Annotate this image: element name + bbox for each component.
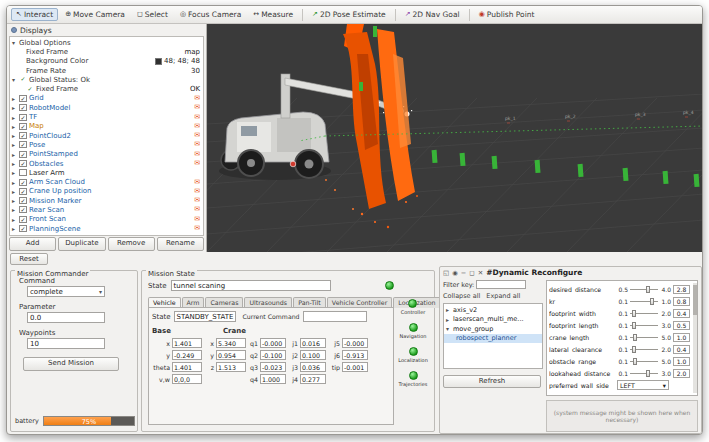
- param-slider[interactable]: [630, 369, 658, 378]
- param-value[interactable]: 2.0: [673, 369, 690, 378]
- vehicle-state-input[interactable]: STANDBY_STATE: [174, 311, 236, 322]
- refresh-button[interactable]: Refresh: [443, 375, 541, 388]
- tip-value[interactable]: -0.001: [342, 362, 368, 372]
- display-checkbox[interactable]: ✓: [19, 114, 27, 121]
- display-row-pointstamped[interactable]: ▸ ✓ PointStamped ✉: [10, 150, 203, 159]
- collapse-all-link[interactable]: Collapse all: [443, 292, 480, 300]
- display-checkbox[interactable]: ✓: [19, 104, 27, 111]
- tool-publish-point[interactable]: ◉ Publish Point: [474, 8, 540, 21]
- crane-z-value[interactable]: 1.513: [216, 362, 246, 372]
- node-robospect-planner[interactable]: robospect_planner: [444, 334, 542, 344]
- j6-value[interactable]: -0.913: [342, 350, 368, 360]
- node-axis-v2[interactable]: ▸ axis_v2: [444, 305, 542, 315]
- tool-focus-camera[interactable]: ◎ Focus Camera: [175, 8, 246, 21]
- tool-select[interactable]: ◻ Select: [132, 8, 173, 21]
- display-checkbox[interactable]: ✓: [19, 160, 27, 167]
- param-value[interactable]: 0.8: [673, 297, 690, 306]
- display-checkbox[interactable]: ✓: [19, 206, 27, 213]
- mission-state-input[interactable]: tunnel scaning: [171, 280, 331, 291]
- display-checkbox[interactable]: ✓: [19, 225, 27, 232]
- base-vw-value[interactable]: 0,0,0: [172, 374, 202, 384]
- collapse-icon[interactable]: ▾: [12, 39, 19, 46]
- expand-icon[interactable]: ▸: [12, 169, 19, 176]
- j1-value[interactable]: 0.016: [300, 338, 326, 348]
- tool-measure[interactable]: ↔ Measure: [248, 8, 298, 21]
- expand-icon[interactable]: ▸: [12, 225, 19, 232]
- param-slider[interactable]: [630, 309, 658, 318]
- display-checkbox[interactable]: ✓: [19, 179, 27, 186]
- filter-key-input[interactable]: [476, 280, 526, 289]
- display-checkbox[interactable]: ✓: [19, 95, 27, 102]
- param-value[interactable]: 0.5: [673, 321, 690, 330]
- crane-y-value[interactable]: 0.954: [216, 350, 246, 360]
- expand-icon[interactable]: ▸: [12, 151, 19, 158]
- param-value[interactable]: 0.4: [673, 345, 690, 354]
- expand-icon[interactable]: ▸: [12, 188, 19, 195]
- q2-value[interactable]: -0.100: [260, 350, 286, 360]
- display-checkbox[interactable]: [19, 169, 27, 176]
- expand-icon[interactable]: ▸: [12, 114, 19, 121]
- param-slider[interactable]: [630, 333, 658, 342]
- params-scrollbar[interactable]: [693, 283, 697, 393]
- expand-all-link[interactable]: Expand all: [486, 292, 520, 300]
- tree-row-fixed-frame[interactable]: Fixed Frame map: [10, 47, 203, 56]
- display-row-pose[interactable]: ▸ ✓ Pose ✉: [10, 140, 203, 149]
- tool-interact[interactable]: ↖ Interact: [11, 8, 58, 21]
- expand-icon[interactable]: ▸: [12, 123, 19, 130]
- circle-icon[interactable]: ◉: [452, 269, 458, 277]
- duplicate-button[interactable]: Duplicate: [58, 237, 105, 251]
- float-icon[interactable]: ◱: [443, 269, 449, 277]
- display-row-rear-scan[interactable]: ▸ ✓ Rear Scan ✉: [10, 205, 203, 214]
- tool-2d-nav-goal[interactable]: ↗ 2D Nav Goal: [400, 8, 465, 21]
- display-row-pointcloud2[interactable]: ▸ ✓ PointCloud2 ✉: [10, 131, 203, 140]
- j5-value[interactable]: -0.000: [342, 338, 368, 348]
- expand-icon[interactable]: ▸: [12, 141, 19, 148]
- display-checkbox[interactable]: ✓: [19, 141, 27, 148]
- maximize-icon[interactable]: ◻: [469, 269, 474, 277]
- rename-button[interactable]: Rename: [157, 237, 204, 251]
- 3d-viewport[interactable]: pk_1 pk_2 pk_3 pk_4: [207, 24, 703, 252]
- display-row-map[interactable]: ▸ ✓ Map ✉: [10, 122, 203, 131]
- param-value[interactable]: 2.8: [673, 285, 690, 294]
- tree-row-frame-rate[interactable]: Frame Rate 30: [10, 66, 203, 75]
- q1-value[interactable]: -0.000: [260, 338, 286, 348]
- display-checkbox[interactable]: ✓: [19, 132, 27, 139]
- j2-value[interactable]: 0.100: [300, 350, 326, 360]
- remove-button[interactable]: Remove: [108, 237, 155, 251]
- param-slider[interactable]: [630, 321, 658, 330]
- j3-value[interactable]: 0.036: [300, 362, 326, 372]
- expand-icon[interactable]: ▸: [12, 132, 19, 139]
- background-color-value[interactable]: 48; 48; 48: [164, 57, 200, 65]
- param-slider[interactable]: [630, 297, 658, 306]
- waypoints-input[interactable]: 10: [27, 338, 105, 349]
- tool-move-camera[interactable]: ⊕ Move Camera: [60, 8, 130, 21]
- base-theta-value[interactable]: 1.401: [172, 362, 202, 372]
- expand-icon[interactable]: ▸: [12, 179, 19, 186]
- display-row-crane-up-position[interactable]: ▸ ✓ Crane Up position ✉: [10, 187, 203, 196]
- minimize-icon[interactable]: −: [461, 269, 466, 277]
- tree-row-background-color[interactable]: Background Color 48; 48; 48: [10, 57, 203, 66]
- display-checkbox[interactable]: ✓: [19, 123, 27, 130]
- close-icon[interactable]: ✕: [478, 269, 483, 277]
- tree-row-status-fixed-frame[interactable]: ✓ Fixed Frame OK: [10, 84, 203, 93]
- add-button[interactable]: Add: [9, 237, 56, 251]
- color-swatch[interactable]: [155, 58, 162, 65]
- base-x-value[interactable]: 1.401: [172, 338, 202, 348]
- display-row-grid[interactable]: ▸ ✓ Grid ✉: [10, 94, 203, 103]
- expand-icon[interactable]: ▸: [12, 197, 19, 204]
- collapse-icon[interactable]: ▾: [12, 76, 19, 83]
- expand-icon[interactable]: ▸: [12, 216, 19, 223]
- display-row-laser-arm[interactable]: ▸ Laser Arm: [10, 168, 203, 177]
- display-row-robotmodel[interactable]: ▸ ✓ RobotModel ✉: [10, 103, 203, 112]
- display-checkbox[interactable]: ✓: [19, 188, 27, 195]
- expand-icon[interactable]: ▸: [12, 206, 19, 213]
- display-row-obstacles[interactable]: ▸ ✓ Obstacles ✉: [10, 159, 203, 168]
- current-command-input[interactable]: [303, 311, 367, 322]
- param-value[interactable]: 1.0: [673, 333, 690, 342]
- tree-row-global-status[interactable]: ▾ ✓ Global Status: Ok: [10, 75, 203, 84]
- fixed-frame-value[interactable]: map: [184, 48, 200, 56]
- display-checkbox[interactable]: ✓: [19, 216, 27, 223]
- node-move-group[interactable]: ▾ move_group: [444, 324, 542, 334]
- expand-icon[interactable]: ▸: [12, 104, 19, 111]
- frame-rate-value[interactable]: 30: [191, 67, 200, 75]
